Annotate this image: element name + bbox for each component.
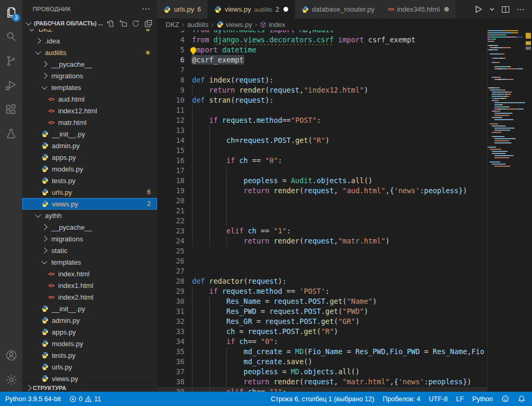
tree-item-aud.html[interactable]: <>aud.html — [22, 93, 157, 105]
refresh-button[interactable] — [131, 19, 140, 28]
tree-item-apps.py[interactable]: apps.py — [22, 151, 157, 163]
tree-item-audiiits[interactable]: audiiits — [22, 47, 157, 58]
notifications-bell-button[interactable] — [518, 395, 526, 403]
activity-bar-item-extensions[interactable] — [0, 97, 22, 122]
tree-item-__init__.py[interactable]: __init__.py — [22, 128, 157, 140]
status-item-eol[interactable]: LF — [456, 395, 464, 403]
code-line-18[interactable]: 18 peopless = Audit.objects.all() — [157, 176, 488, 186]
code-line-14[interactable]: 14 ch=request.POST.get("R") — [157, 136, 488, 146]
activity-bar-item-testing[interactable] — [0, 122, 22, 146]
tab-urls.py[interactable]: urls.py6 — [157, 0, 208, 19]
breadcrumb-item-index[interactable]: index — [260, 21, 285, 29]
code-line-13[interactable]: 13 — [157, 125, 488, 136]
code-line-38[interactable]: 38 return render(request, "matr.html",{'… — [157, 377, 488, 387]
code-line-19[interactable]: 19 return render(request, "aud.html",{'n… — [157, 186, 488, 196]
code-line-29[interactable]: 29 if request.method == 'POST': — [157, 286, 488, 296]
run-dropdown-button[interactable] — [489, 6, 495, 12]
breadcrumb-item-DKZ[interactable]: DKZ — [166, 21, 179, 29]
code-line-26[interactable]: 26 — [157, 256, 488, 266]
code-line-21[interactable]: 21 — [157, 206, 488, 216]
minimap[interactable] — [487, 30, 525, 392]
tree-item-views.py[interactable]: views.py — [22, 373, 157, 383]
tree-item-views.py[interactable]: views.py2 — [22, 198, 157, 210]
tree-item-index12.html[interactable]: <>index12.html — [22, 105, 157, 116]
tree-item-models.py[interactable]: models.py — [22, 338, 157, 349]
activity-bar-item-account[interactable] — [0, 343, 22, 367]
code-line-34[interactable]: 34 if ch== "0": — [157, 337, 488, 347]
more-actions-icon[interactable]: ⋯ — [142, 6, 151, 12]
code-line-33[interactable]: 33 ch = request.POST.get("R") — [157, 327, 488, 337]
status-item-interpreter[interactable]: Python 3.9.5 64-bit — [5, 395, 61, 403]
code-line-37[interactable]: 37 peopless = MD.objects.all() — [157, 367, 488, 377]
code-line-15[interactable]: 15 — [157, 146, 488, 156]
new-folder-button[interactable] — [118, 19, 127, 28]
tree-item-__pycache__[interactable]: __pycache__ — [22, 221, 157, 233]
code-line-35[interactable]: 35 md_create = MD(Fio_Name = Res_PWD,Fio… — [157, 347, 488, 357]
code-line-10[interactable]: 10def stran(request): — [157, 95, 488, 105]
code-line-36[interactable]: 36 md_create.save() — [157, 357, 488, 367]
activity-bar-item-search[interactable] — [0, 24, 22, 49]
split-editor-button[interactable] — [501, 5, 510, 14]
code-line-39[interactable]: 39 elif ch== "1": — [157, 387, 488, 392]
code-line-3[interactable]: 3from aythh.models import MD,Audit — [157, 30, 488, 35]
tree-item-templates[interactable]: templates — [22, 256, 157, 268]
code-line-25[interactable]: 25 — [157, 246, 488, 256]
status-item-language[interactable]: Python — [472, 395, 493, 403]
outline-section-header[interactable]: СТРУКТУРА — [22, 383, 157, 392]
activity-bar-item-explorer[interactable]: 3 — [0, 0, 22, 24]
tree-item-tests.py[interactable]: tests.py — [22, 175, 157, 186]
tree-item-index1.html[interactable]: <>index1.html — [22, 279, 157, 291]
code-line-22[interactable]: 22 — [157, 216, 488, 226]
code-line-17[interactable]: 17 — [157, 166, 488, 176]
code-line-30[interactable]: 30 Res_Name = request.POST.get("Name") — [157, 296, 488, 306]
feedback-button[interactable] — [501, 395, 509, 403]
tree-item-templates[interactable]: templates — [22, 82, 157, 93]
new-file-button[interactable] — [105, 19, 115, 28]
activity-bar-item-run-debug[interactable] — [0, 73, 22, 97]
status-item-indentation[interactable]: Пробелов: 4 — [383, 395, 420, 403]
code-line-24[interactable]: 24 return render(request,"matr.html") — [157, 236, 488, 246]
tab-database_roouter.py[interactable]: database_roouter.py — [295, 0, 382, 19]
status-item-cursor-position[interactable]: Строка 6, столбец 1 (выбрано 12) — [271, 395, 374, 403]
lightbulb-icon[interactable] — [190, 47, 196, 53]
code-line-20[interactable]: 20 — [157, 196, 488, 206]
code-line-23[interactable]: 23 elif ch == "1": — [157, 226, 488, 236]
tree-item-.idea[interactable]: .idea — [22, 35, 157, 47]
tree-item-index2.html[interactable]: <>index2.html — [22, 291, 157, 303]
code-line-27[interactable]: 27 — [157, 266, 488, 276]
tree-item-models.py[interactable]: models.py — [22, 163, 157, 175]
tab-views.py[interactable]: views.pyaudiiits2 — [208, 0, 295, 19]
activity-bar-item-source-control[interactable] — [0, 49, 22, 73]
tree-item-urls.py[interactable]: urls.py6 — [22, 186, 157, 198]
collapse-all-button[interactable] — [143, 19, 153, 28]
tree-item-apps.py[interactable]: apps.py — [22, 326, 157, 338]
code-line-32[interactable]: 32 Res_GR = request.POST.get("GR") — [157, 317, 488, 327]
tree-item-migrations[interactable]: migrations — [22, 233, 157, 245]
tree-item-urls.py[interactable]: urls.py — [22, 361, 157, 373]
more-actions-button[interactable] — [516, 5, 525, 14]
code-line-12[interactable]: 12 if request.method=="POST": — [157, 115, 488, 125]
code-line-8[interactable]: 8def index(request): — [157, 75, 488, 85]
tree-item-DKZ[interactable]: DKZ — [22, 29, 157, 35]
tree-item-__pycache__[interactable]: __pycache__ — [22, 58, 157, 70]
run-button[interactable] — [474, 5, 483, 14]
code-line-28[interactable]: 28def redactor(request): — [157, 276, 488, 286]
dirty-indicator[interactable] — [283, 7, 288, 12]
tree-item-tests.py[interactable]: tests.py — [22, 349, 157, 361]
tree-item-__init__.py[interactable]: __init__.py — [22, 303, 157, 314]
activity-bar-item-settings[interactable] — [0, 367, 22, 392]
tree-item-admin.py[interactable]: admin.py — [22, 140, 157, 151]
overview-ruler-scrollbar[interactable] — [525, 30, 532, 392]
tree-item-migrations[interactable]: migrations — [22, 70, 157, 82]
code-editor[interactable]: 3from aythh.models import MD,Audit4from … — [157, 30, 488, 392]
code-line-11[interactable]: 11 — [157, 105, 488, 115]
code-line-16[interactable]: 16 if ch == "0": — [157, 156, 488, 166]
breadcrumb-item-views.py[interactable]: views.py — [216, 21, 252, 29]
code-line-6[interactable]: 6@csrf_exempt — [157, 55, 488, 65]
code-line-31[interactable]: 31 Res_PWD = request.POST.get("PWD") — [157, 306, 488, 317]
status-item-problems[interactable]: 011 — [69, 395, 101, 403]
tree-item-aythh[interactable]: aythh — [22, 210, 157, 221]
code-line-5[interactable]: 5import datetime — [157, 45, 488, 55]
tab-index345.html[interactable]: <>index345.html — [381, 0, 455, 19]
status-item-encoding[interactable]: UTF-8 — [429, 395, 447, 403]
